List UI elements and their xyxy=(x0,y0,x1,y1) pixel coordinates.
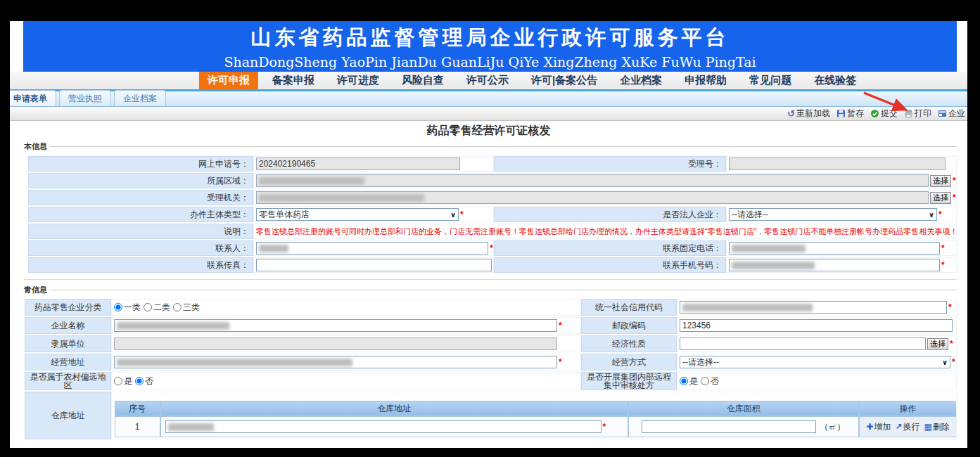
organ-choose-button[interactable]: 选择 xyxy=(930,192,951,204)
group-review-yes-radio[interactable] xyxy=(680,377,688,385)
section1-bottom-rule xyxy=(24,279,957,280)
section2-header: 青信息 xyxy=(24,285,957,295)
add-row-button[interactable]: ✚增加 xyxy=(866,421,891,433)
nav-item-license-apply[interactable]: 许可申报 xyxy=(199,72,258,89)
contact-tel-input[interactable] xyxy=(729,242,940,255)
redacted-value xyxy=(259,245,288,252)
contact-mobile-input[interactable] xyxy=(729,259,940,271)
save-draft-button[interactable]: 暂存 xyxy=(836,108,864,120)
nav-item-risk-selfcheck[interactable]: 风险自查 xyxy=(393,72,452,89)
application-info-table: 药品零售企业分类 一类 二类 三类 统一社会信用代码 * 企业名称 * 邮政编码… xyxy=(25,299,957,441)
site-subtitle: ShanDongSheng YaoPin JianDu GuanLiJu QiY… xyxy=(23,54,957,70)
rural-no-radio[interactable] xyxy=(135,377,144,385)
contact-fax-input[interactable] xyxy=(256,259,492,271)
site-banner: 山东省药品监督管理局企业行政许可服务平台 ShanDongSheng YaoPi… xyxy=(23,21,957,72)
nav-item-filing-apply[interactable]: 备案申报 xyxy=(264,72,323,89)
is-legal-entity-select[interactable]: --请选择-- ∨ xyxy=(729,208,937,221)
accepting-organ-field[interactable] xyxy=(256,191,929,204)
submit-button[interactable]: 提交 xyxy=(870,108,898,120)
affiliation-label: 隶属单位 xyxy=(25,335,111,352)
note-label: 说明： xyxy=(28,224,253,239)
nav-item-license-filing-notice[interactable]: 许可|备案公告 xyxy=(523,72,606,89)
row-business-address: 经营地址 * 经营方式 --请选择-- ∨ * xyxy=(25,354,957,371)
accept-no-label: 受理号： xyxy=(494,156,726,172)
section1-rule xyxy=(50,146,957,147)
retail-class-radio-3[interactable] xyxy=(173,303,182,311)
contact-mobile-label: 联系手机号码： xyxy=(494,257,726,273)
warehouse-row: 1 * （㎡） ✚增加 ↗换行 ▦删除 xyxy=(115,416,957,437)
redacted-value xyxy=(732,262,815,269)
business-address-input[interactable] xyxy=(114,356,557,368)
warehouse-address-input[interactable] xyxy=(165,420,602,433)
postcode-input[interactable] xyxy=(680,319,953,332)
required-mark: * xyxy=(490,243,493,253)
accepting-organ-label: 受理机关： xyxy=(28,190,253,205)
required-mark: * xyxy=(559,321,562,330)
company-name-input[interactable] xyxy=(114,319,557,332)
main-nav-items: 许可申报 备案申报 许可进度 风险自查 许可公示 许可|备案公告 企业档案 申报… xyxy=(199,72,865,89)
row-fax: 联系传真： 联系手机号码： * xyxy=(28,257,957,273)
row-rural-remote: 是否属于农村偏远地区 是 否 是否开展集团内部远程集中审核处方 是 否 xyxy=(25,372,957,390)
retail-class-radio-2[interactable] xyxy=(144,303,152,311)
nav-item-apply-help[interactable]: 申报帮助 xyxy=(676,72,735,89)
economic-nature-input[interactable] xyxy=(680,337,926,350)
postcode-label: 邮政编码 xyxy=(581,317,677,334)
dropdown-caret-icon: ∨ xyxy=(929,211,934,219)
contact-tel-label: 联系固定电话： xyxy=(494,240,726,256)
reload-icon: ↺ xyxy=(787,109,795,118)
required-mark: * xyxy=(938,210,942,219)
redacted-value xyxy=(682,304,813,311)
section1-legend: 本信息 xyxy=(24,141,47,152)
warehouse-table: 序号 仓库地址 仓库面积 操作 1 * （㎡） xyxy=(115,401,957,437)
delete-row-button[interactable]: ▦删除 xyxy=(924,421,949,433)
tab-application-form[interactable]: 申请表单 xyxy=(10,90,56,106)
business-mode-select[interactable]: --请选择-- ∨ xyxy=(680,356,950,368)
warehouse-area-input[interactable] xyxy=(642,420,816,433)
rural-yes-radio[interactable] xyxy=(114,377,122,385)
nav-item-license-publicity[interactable]: 许可公示 xyxy=(458,72,517,89)
print-button[interactable]: 打印 xyxy=(904,108,931,120)
nav-item-online-verify[interactable]: 在线验签 xyxy=(806,72,865,89)
required-mark: * xyxy=(952,357,955,367)
group-review-no-radio[interactable] xyxy=(701,377,709,385)
online-apply-no-input[interactable] xyxy=(256,157,460,170)
contact-person-label: 联系人： xyxy=(28,240,253,256)
main-nav: 许可申报 备案申报 许可进度 风险自查 许可公示 许可|备案公告 企业档案 申报… xyxy=(10,72,967,91)
wrap-row-button[interactable]: ↗换行 xyxy=(895,421,919,433)
accept-no-input[interactable] xyxy=(729,157,946,170)
retail-class-radio-1[interactable] xyxy=(114,303,122,311)
nav-item-enterprise-archive[interactable]: 企业档案 xyxy=(611,72,670,89)
contact-person-input[interactable] xyxy=(256,242,488,255)
company-name-label: 企业名称 xyxy=(25,317,111,334)
tab-strip: 申请表单 营业执照 企业档案 xyxy=(10,91,967,107)
group-review-label: 是否开展集团内部远程集中审核处方 xyxy=(581,372,677,390)
affiliation-input[interactable] xyxy=(114,337,557,350)
site-title: 山东省药品监督管理局企业行政许可服务平台 xyxy=(23,21,957,52)
note-text: 零售连锁总部注册的账号可同时办理总部和门店的业务，门店无需注册账号！零售连锁总部… xyxy=(256,226,956,237)
toolbar: ↺ 重新加载 暂存 提交 打印 企业 xyxy=(10,107,967,121)
page-title: 药品零售经营许可证核发 xyxy=(10,124,967,139)
nav-item-license-progress[interactable]: 许可进度 xyxy=(329,72,388,89)
redacted-value xyxy=(117,322,229,330)
tab-business-license[interactable]: 营业执照 xyxy=(59,90,111,106)
redacted-value xyxy=(259,177,364,185)
economic-nature-label: 经济性质 xyxy=(581,335,677,352)
reload-button[interactable]: ↺ 重新加载 xyxy=(787,108,830,120)
redacted-value xyxy=(259,194,424,202)
section2-rule xyxy=(50,290,957,290)
grid-icon: ▦ xyxy=(924,422,931,432)
enterprise-info-button[interactable]: 企业 xyxy=(938,108,965,120)
section2-legend: 青信息 xyxy=(24,285,47,295)
subject-type-label: 办件主体类型： xyxy=(28,207,253,222)
nav-item-faq[interactable]: 常见问题 xyxy=(741,72,800,89)
subject-type-select[interactable]: 零售单体药店 ∨ xyxy=(256,208,459,221)
col-area-header: 仓库面积 xyxy=(628,401,859,416)
uscc-input[interactable] xyxy=(680,301,947,314)
required-mark: * xyxy=(953,193,956,202)
is-legal-entity-label: 是否法人企业： xyxy=(494,207,726,222)
region-choose-button[interactable]: 选择 xyxy=(930,175,951,187)
region-field[interactable] xyxy=(256,174,929,187)
row-retail-class: 药品零售企业分类 一类 二类 三类 统一社会信用代码 * xyxy=(25,299,957,316)
economic-nature-choose-button[interactable]: 选择 xyxy=(927,338,948,350)
tab-enterprise-archive[interactable]: 企业档案 xyxy=(114,90,166,106)
